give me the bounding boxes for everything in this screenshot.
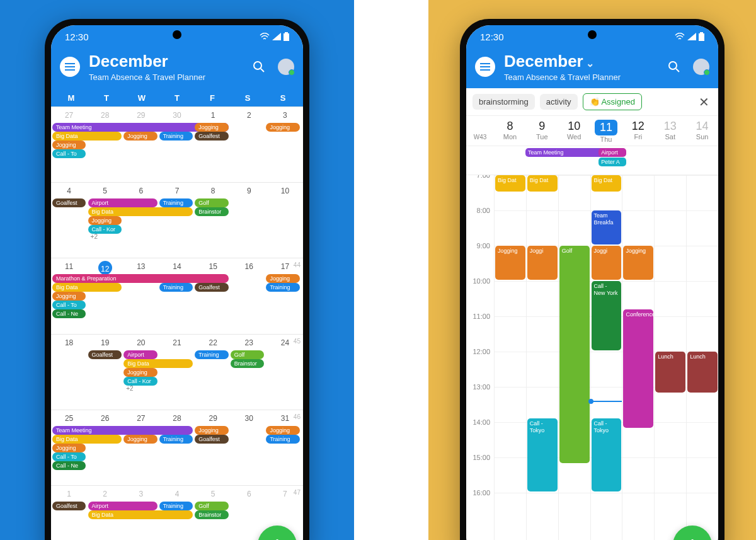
menu-button[interactable]	[60, 57, 80, 77]
day-cell[interactable]: 14	[159, 260, 195, 333]
week-row[interactable]: 45678910GoalfestAirportTrainingGolfBig D…	[51, 182, 303, 258]
day-cell[interactable]: 18	[51, 336, 87, 410]
event-chip[interactable]: Jogging	[266, 274, 299, 283]
day-cell[interactable]: 23	[231, 336, 267, 410]
day-cell[interactable]: 28	[87, 108, 123, 182]
event-chip[interactable]: Call - To	[52, 452, 86, 461]
event-chip[interactable]: Training	[159, 283, 193, 292]
week-day-header[interactable]: 12Fri	[622, 120, 654, 143]
event-chip[interactable]: Call - Kor	[123, 377, 157, 386]
day-cell[interactable]: 8	[195, 184, 231, 258]
timed-event[interactable]: Team Breakfa	[592, 210, 622, 244]
day-cell[interactable]: 12	[87, 260, 123, 333]
day-cell[interactable]: 3	[267, 108, 303, 182]
allday-row[interactable]: Team MeetingAirportPeter A	[466, 146, 718, 175]
timed-event[interactable]: Big Dat	[495, 175, 525, 192]
day-cell[interactable]: 28	[159, 411, 195, 485]
week-day-header[interactable]: 13Sat	[654, 120, 686, 143]
allday-cell[interactable]: Team Meeting	[524, 146, 568, 175]
event-chip[interactable]: Call - To	[52, 301, 86, 309]
day-cell[interactable]: 15	[195, 260, 231, 333]
filter-chip[interactable]: 👏 Assigned	[583, 93, 642, 110]
day-cell[interactable]: 10	[267, 184, 303, 258]
day-cell[interactable]: 30	[231, 411, 267, 485]
allday-cell[interactable]	[494, 146, 524, 175]
event-chip[interactable]: Jogging	[52, 141, 86, 149]
event-chip[interactable]: Goalfest	[88, 350, 122, 359]
week-row[interactable]: 1112131415161744Marathon & PreparationJo…	[51, 258, 303, 333]
day-cell[interactable]: 9	[231, 184, 267, 258]
event-chip[interactable]: Golf	[231, 350, 264, 359]
event-chip[interactable]: Call - Kor	[88, 225, 122, 234]
event-chip[interactable]: Airport	[123, 350, 157, 359]
day-column[interactable]: JoggingConference	[622, 175, 654, 540]
event-chip[interactable]: Jogging	[195, 426, 228, 435]
event-chip[interactable]: Marathon & Preparation	[52, 274, 229, 283]
day-cell[interactable]: 21	[159, 336, 195, 410]
close-filters-button[interactable]: ✕	[696, 95, 712, 110]
allday-cell[interactable]: AirportPeter A	[597, 146, 627, 175]
day-cell[interactable]: 4	[51, 184, 87, 258]
month-title-dropdown[interactable]: December⌄	[504, 52, 621, 71]
event-chip[interactable]: Jogging	[123, 368, 157, 377]
timed-event[interactable]: Call - Tokyo	[527, 418, 558, 491]
day-cell[interactable]: 19	[87, 336, 123, 410]
day-cell[interactable]: 6	[123, 184, 159, 258]
event-chip[interactable]: Airport	[88, 198, 158, 207]
day-cell[interactable]: 22	[195, 336, 231, 410]
event-chip[interactable]: Jogging	[266, 426, 299, 435]
day-cell[interactable]: 26	[87, 411, 123, 485]
event-chip[interactable]: Jogging	[195, 123, 228, 132]
event-chip[interactable]: Jogging	[88, 216, 122, 225]
filter-chip[interactable]: activity	[540, 94, 578, 110]
day-column[interactable]: Big DatJogging	[494, 175, 526, 540]
timed-event[interactable]: Conference	[623, 309, 653, 428]
day-cell[interactable]: 1744	[267, 260, 303, 333]
week-day-header[interactable]: 11Thu	[590, 120, 622, 143]
timed-event[interactable]: Call - New York	[592, 281, 622, 350]
day-cell[interactable]: 29	[123, 108, 159, 182]
day-cell[interactable]: 13	[123, 260, 159, 333]
day-cell[interactable]: 2445	[267, 336, 303, 410]
day-cell[interactable]: 27	[123, 411, 159, 485]
timed-event[interactable]: Jogging	[495, 246, 525, 280]
time-grid[interactable]: 7:008:009:0010:0011:0012:0013:0014:0015:…	[466, 175, 718, 540]
day-cell[interactable]: 30	[159, 108, 195, 182]
avatar[interactable]	[278, 59, 294, 75]
month-title[interactable]: December	[89, 52, 205, 71]
event-chip[interactable]: Goalfest	[52, 198, 86, 207]
week-row[interactable]: 2526272829303146Team MeetingJoggingJoggi…	[51, 410, 303, 485]
allday-cell[interactable]	[688, 146, 718, 175]
allday-cell[interactable]	[658, 146, 688, 175]
timed-event[interactable]: Big Dat	[592, 175, 622, 192]
event-chip[interactable]: Big Data	[52, 132, 122, 141]
search-button[interactable]	[249, 57, 269, 77]
event-chip[interactable]: Goalfest	[195, 435, 228, 444]
event-chip[interactable]: Jogging	[266, 123, 299, 132]
event-chip[interactable]: Jogging	[123, 132, 157, 141]
event-chip[interactable]: Golf	[195, 502, 228, 510]
week-day-header[interactable]: 14Sun	[686, 120, 718, 143]
event-chip[interactable]: Goalfest	[52, 502, 86, 510]
event-chip[interactable]: Call - Ne	[52, 461, 86, 470]
event-chip[interactable]: Golf	[195, 198, 228, 207]
day-column[interactable]: Lunch	[686, 175, 718, 540]
event-chip[interactable]: Training	[159, 198, 193, 207]
event-chip[interactable]: Training	[159, 502, 193, 510]
event-chip[interactable]: Training	[266, 283, 299, 292]
week-day-header[interactable]: 10Wed	[558, 120, 590, 143]
event-chip[interactable]: Goalfest	[195, 283, 228, 292]
event-chip[interactable]: Big Data	[52, 435, 122, 444]
day-column[interactable]: Big DatTeam BreakfaJoggiCall - New YorkC…	[590, 175, 622, 540]
event-chip[interactable]: Big Data	[88, 510, 193, 519]
menu-button[interactable]	[475, 57, 495, 77]
allday-event[interactable]: Airport	[598, 148, 626, 157]
event-chip[interactable]: Team Meeting	[52, 426, 193, 435]
day-column[interactable]: Lunch	[654, 175, 686, 540]
event-chip[interactable]: Big Data	[52, 283, 122, 292]
event-chip[interactable]: Training	[159, 435, 193, 444]
day-cell[interactable]: 2	[231, 108, 267, 182]
event-chip[interactable]: Goalfest	[195, 132, 228, 141]
day-column[interactable]: Golf	[558, 175, 590, 540]
week-row[interactable]: 1819202122232445GoalfestAirportTrainingG…	[51, 334, 303, 410]
